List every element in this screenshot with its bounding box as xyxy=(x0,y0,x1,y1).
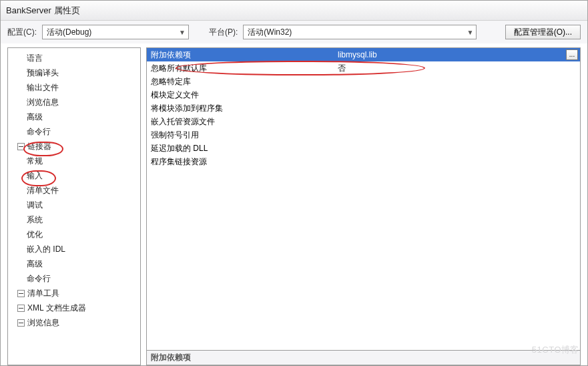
expander-icon[interactable] xyxy=(17,290,25,297)
tree-item-label: 浏览信息 xyxy=(27,98,59,107)
tree-item[interactable]: 命令行 xyxy=(8,271,140,286)
description-title: 附加依赖项 xyxy=(151,352,191,363)
tree-item-label: 输入 xyxy=(27,171,43,180)
tree-item-label: 系统 xyxy=(27,215,43,224)
tree-list: 语言预编译头输出文件浏览信息高级命令行链接器常规输入清单文件调试系统优化嵌入的 … xyxy=(8,51,140,330)
tree-item[interactable]: 高级 xyxy=(8,256,140,271)
tree-item[interactable]: 高级 xyxy=(8,110,140,124)
expander-icon[interactable] xyxy=(17,143,25,150)
tree-item-label: 命令行 xyxy=(27,127,51,136)
platform-label: 平台(P): xyxy=(209,27,238,38)
tree-item-label: 高级 xyxy=(27,112,43,122)
titlebar: BankServer 属性页 xyxy=(1,1,587,21)
tree-item[interactable]: 预编译头 xyxy=(8,65,140,80)
platform-value: 活动(Win32) xyxy=(248,27,292,38)
description-bar: 附加依赖项 xyxy=(146,351,581,365)
grid-row[interactable]: 将模块添加到程序集 xyxy=(147,102,580,115)
tree-item[interactable]: 浏览信息 xyxy=(8,315,140,330)
expander-icon[interactable] xyxy=(17,305,25,312)
tree-item[interactable]: 优化 xyxy=(8,227,140,242)
tree-item-label: 嵌入的 IDL xyxy=(27,244,65,254)
tree-item-label: 语言 xyxy=(27,53,43,63)
right-pane: ... 附加依赖项libmysql.lib忽略所有默认库否忽略特定库模块定义文件… xyxy=(146,47,581,365)
tree-item-label: 清单工具 xyxy=(27,289,59,298)
tree-item-label: XML 文档生成器 xyxy=(27,303,86,313)
property-name: 模块定义文件 xyxy=(147,89,334,101)
tree-item[interactable]: 嵌入的 IDL xyxy=(8,242,140,256)
tree-item-label: 输出文件 xyxy=(27,83,59,92)
config-combo[interactable]: 活动(Debug) ▼ xyxy=(42,25,189,39)
property-grid[interactable]: ... 附加依赖项libmysql.lib忽略所有默认库否忽略特定库模块定义文件… xyxy=(146,47,581,351)
tree-item[interactable]: 清单工具 xyxy=(8,286,140,301)
property-name: 延迟加载的 DLL xyxy=(147,143,334,154)
property-value: libmysql.lib xyxy=(334,50,580,59)
property-name: 程序集链接资源 xyxy=(147,156,334,168)
tree-item-label: 链接器 xyxy=(27,142,51,151)
tree-item[interactable]: 调试 xyxy=(8,198,140,212)
expander-icon[interactable] xyxy=(17,319,25,327)
window-title: BankServer 属性页 xyxy=(6,5,80,17)
browse-button[interactable]: ... xyxy=(566,49,578,60)
grid-row[interactable]: 忽略特定库 xyxy=(147,75,580,88)
tree-item[interactable]: XML 文档生成器 xyxy=(8,301,140,315)
grid-row[interactable]: 延迟加载的 DLL xyxy=(147,142,580,155)
property-name: 忽略所有默认库 xyxy=(147,63,334,74)
grid-row[interactable]: 嵌入托管资源文件 xyxy=(147,115,580,128)
grid-row[interactable]: 忽略所有默认库否 xyxy=(147,61,580,75)
tree-item[interactable]: 输出文件 xyxy=(8,80,140,95)
tree-pane[interactable]: 语言预编译头输出文件浏览信息高级命令行链接器常规输入清单文件调试系统优化嵌入的 … xyxy=(7,47,141,365)
property-name: 附加依赖项 xyxy=(147,49,334,61)
property-page-window: BankServer 属性页 配置(C): 活动(Debug) ▼ 平台(P):… xyxy=(0,0,588,366)
property-name: 忽略特定库 xyxy=(147,76,334,87)
tree-item-label: 高级 xyxy=(27,259,43,268)
toolbar: 配置(C): 活动(Debug) ▼ 平台(P): 活动(Win32) ▼ 配置… xyxy=(1,21,587,43)
grid-row[interactable]: 模块定义文件 xyxy=(147,88,580,102)
tree-item[interactable]: 语言 xyxy=(8,51,140,65)
tree-item[interactable]: 系统 xyxy=(8,212,140,227)
config-manager-button[interactable]: 配置管理器(O)... xyxy=(505,25,581,39)
property-name: 嵌入托管资源文件 xyxy=(147,116,334,128)
tree-item[interactable]: 命令行 xyxy=(8,124,140,139)
chevron-down-icon: ▼ xyxy=(179,29,186,36)
platform-combo[interactable]: 活动(Win32) ▼ xyxy=(243,25,477,39)
grid-row[interactable]: 强制符号引用 xyxy=(147,128,580,142)
tree-item[interactable]: 清单文件 xyxy=(8,183,140,198)
tree-item[interactable]: 浏览信息 xyxy=(8,95,140,110)
tree-item-label: 命令行 xyxy=(27,274,51,283)
property-name: 强制符号引用 xyxy=(147,130,334,141)
tree-item[interactable]: 链接器 xyxy=(8,139,140,154)
config-value: 活动(Debug) xyxy=(47,27,91,38)
tree-item[interactable]: 输入 xyxy=(8,168,140,183)
content-area: 语言预编译头输出文件浏览信息高级命令行链接器常规输入清单文件调试系统优化嵌入的 … xyxy=(1,43,587,365)
tree-item-label: 常规 xyxy=(27,156,43,166)
config-label: 配置(C): xyxy=(7,27,37,38)
property-value: 否 xyxy=(334,63,580,74)
grid-row[interactable]: 附加依赖项libmysql.lib xyxy=(147,48,580,61)
chevron-down-icon: ▼ xyxy=(467,29,473,36)
tree-item-label: 预编译头 xyxy=(27,68,59,77)
tree-item-label: 调试 xyxy=(27,200,43,210)
tree-item-label: 清单文件 xyxy=(27,186,59,195)
tree-item-label: 浏览信息 xyxy=(27,318,59,327)
tree-item[interactable]: 常规 xyxy=(8,154,140,168)
tree-item-label: 优化 xyxy=(27,230,43,239)
grid-row[interactable]: 程序集链接资源 xyxy=(147,155,580,168)
property-name: 将模块添加到程序集 xyxy=(147,103,334,114)
